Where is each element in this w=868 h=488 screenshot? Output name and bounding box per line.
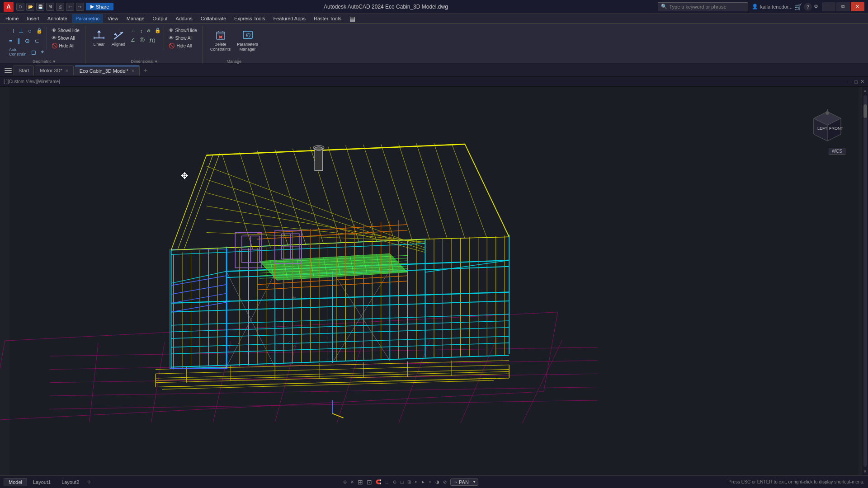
viewport-close-button[interactable]: ✕ bbox=[860, 79, 864, 84]
geometric-constraint-7[interactable]: ⊙ bbox=[23, 37, 32, 45]
geometric-constraint-3[interactable]: ○ bbox=[26, 27, 33, 35]
scroll-track[interactable] bbox=[863, 95, 867, 467]
settings-icon[interactable]: ⚙ bbox=[814, 4, 818, 9]
menu-rastertools[interactable]: Raster Tools bbox=[310, 14, 345, 23]
dyn-button[interactable]: ► bbox=[421, 479, 425, 484]
menu-collaborate[interactable]: Collaborate bbox=[197, 14, 230, 23]
linear-button[interactable]: Linear bbox=[90, 27, 108, 49]
menu-featuredapps[interactable]: Featured Apps bbox=[269, 14, 309, 23]
transparency-button[interactable]: ◑ bbox=[435, 479, 439, 484]
share-button[interactable]: ▶ Share bbox=[86, 3, 113, 10]
snap-button[interactable]: 🧲 bbox=[376, 479, 381, 484]
pan-cursor: ✥ bbox=[181, 170, 189, 181]
dim-constraint-6[interactable]: Ⓡ bbox=[138, 36, 146, 44]
coordinate-display[interactable]: ⊕ bbox=[343, 479, 347, 484]
geometric-show-hide[interactable]: 👁 Show/Hide bbox=[50, 27, 81, 34]
dropdown-arrow-icon[interactable]: ▼ bbox=[52, 60, 56, 64]
menu-home[interactable]: Home bbox=[2, 14, 22, 23]
geometric-constraint-4[interactable]: 🔒 bbox=[34, 27, 44, 35]
new-file-button[interactable]: 🗋 bbox=[16, 3, 24, 11]
ortho-button[interactable]: ∟ bbox=[385, 479, 389, 484]
save-button[interactable]: 💾 bbox=[36, 3, 44, 11]
doc-tab-cabin-close[interactable]: ✕ bbox=[131, 68, 135, 73]
dimensional-hide-all[interactable]: 🚫 Hide All bbox=[167, 42, 198, 50]
dim-constraint-2[interactable]: ↕ bbox=[138, 27, 145, 34]
otrack-button[interactable]: ⊞ bbox=[407, 479, 411, 484]
geometric-constraint-9[interactable]: ◻ bbox=[29, 47, 38, 57]
geometric-constraint-5[interactable]: = bbox=[7, 37, 14, 45]
doc-tab-start[interactable]: Start bbox=[14, 66, 34, 75]
layout-tab-1[interactable]: Layout1 bbox=[28, 478, 56, 486]
geometric-show-all[interactable]: 👁 Show All bbox=[50, 34, 81, 42]
layout-tab-model[interactable]: Model bbox=[4, 478, 27, 486]
ribbon: ⊣ ⊥ ○ 🔒 = ∥ ⊙ ⊂ AutoConstrain ◻ ⌖ bbox=[0, 23, 868, 64]
ducs-button[interactable]: ⌖ bbox=[415, 479, 417, 485]
doc-tab-motor[interactable]: Motor 3D* ✕ bbox=[35, 66, 74, 75]
menu-insert[interactable]: Insert bbox=[23, 14, 43, 23]
pan-dropdown-arrow[interactable]: ▼ bbox=[472, 480, 476, 484]
add-layout-button[interactable]: + bbox=[85, 478, 93, 486]
menu-expresstools[interactable]: Express Tools bbox=[231, 14, 269, 23]
layout-tab-2[interactable]: Layout2 bbox=[57, 478, 84, 486]
redo-button[interactable]: ↪ bbox=[76, 3, 84, 11]
dim-constraint-3[interactable]: ⌀ bbox=[145, 27, 152, 34]
viewport-maximize-button[interactable]: □ bbox=[854, 79, 858, 84]
scroll-up-arrow[interactable]: ▲ bbox=[862, 87, 868, 94]
osnap-button[interactable]: ◻ bbox=[400, 479, 404, 484]
help-icon[interactable]: ? bbox=[804, 3, 812, 11]
dim-constraint-5[interactable]: ∠ bbox=[129, 36, 137, 44]
menu-annotate[interactable]: Annotate bbox=[44, 14, 71, 23]
geometric-hide-all[interactable]: 🚫 Hide All bbox=[50, 42, 81, 50]
drawing-area[interactable]: .y-line { stroke: #ddcc00; stroke-width:… bbox=[0, 87, 868, 475]
right-scrollbar[interactable]: ▲ ▼ bbox=[862, 87, 868, 475]
close-button[interactable]: ✕ bbox=[851, 2, 864, 11]
dropdown-arrow-icon2[interactable]: ▼ bbox=[154, 60, 158, 64]
delete-constraints-button[interactable]: DeleteConstraints bbox=[208, 27, 234, 54]
pan-mode-selector[interactable]: ~ PAN ▼ bbox=[450, 479, 478, 486]
parameters-manager-button[interactable]: f() ParametersManager bbox=[234, 27, 261, 54]
account-icon[interactable]: 🛒 bbox=[794, 3, 802, 10]
aligned-button[interactable]: Aligned bbox=[109, 27, 128, 49]
menu-view[interactable]: View bbox=[104, 14, 122, 23]
restore-button[interactable]: ⧉ bbox=[836, 2, 850, 11]
undo-button[interactable]: ↩ bbox=[66, 3, 74, 11]
snap-mode-button[interactable]: ⊞ bbox=[358, 479, 363, 486]
print-button[interactable]: 🖨 bbox=[56, 3, 64, 11]
menu-bar: Home Insert Annotate Parametric View Man… bbox=[0, 14, 868, 23]
grid-button[interactable]: ⊡ bbox=[367, 479, 372, 486]
customize-button[interactable]: ✕ bbox=[350, 479, 354, 484]
menu-extra[interactable]: ▤ bbox=[346, 14, 359, 23]
minimize-button[interactable]: ─ bbox=[822, 2, 835, 11]
geometric-constraint-1[interactable]: ⊣ bbox=[7, 27, 16, 35]
menu-manage[interactable]: Manage bbox=[123, 14, 148, 23]
scroll-thumb[interactable] bbox=[863, 104, 867, 118]
auto-constrain-btn[interactable]: AutoConstrain bbox=[7, 47, 28, 57]
open-file-button[interactable]: 📂 bbox=[26, 3, 34, 11]
viewport-minimize-button[interactable]: ─ bbox=[849, 79, 852, 84]
hamburger-menu-button[interactable] bbox=[4, 66, 13, 75]
doc-tab-motor-close[interactable]: ✕ bbox=[65, 68, 69, 73]
geometric-constraint-2[interactable]: ⊥ bbox=[17, 27, 25, 35]
viewcube[interactable]: LEFT FRONT bbox=[809, 109, 845, 145]
menu-output[interactable]: Output bbox=[149, 14, 171, 23]
window-controls: ─ ⧉ ✕ bbox=[822, 2, 864, 11]
save-as-button[interactable]: 🖫 bbox=[46, 3, 54, 11]
search-box[interactable]: 🔍 Type a keyword or phrase bbox=[658, 2, 748, 11]
polar-button[interactable]: ⊙ bbox=[393, 479, 396, 484]
geometric-constraint-6[interactable]: ∥ bbox=[15, 37, 22, 45]
autocad-logo[interactable]: A bbox=[4, 2, 14, 12]
menu-addins[interactable]: Add-ins bbox=[172, 14, 196, 23]
doc-tab-cabin[interactable]: Eco Cabin_3D Model* ✕ bbox=[75, 66, 140, 75]
scroll-down-arrow[interactable]: ▼ bbox=[862, 468, 868, 475]
dimensional-show-hide[interactable]: 👁 Show/Hide bbox=[167, 27, 198, 34]
geometric-constraint-8[interactable]: ⊂ bbox=[33, 37, 41, 45]
dimensional-show-all[interactable]: 👁 Show All bbox=[167, 34, 198, 42]
selection-cycle-button[interactable]: ⊘ bbox=[443, 479, 447, 484]
menu-parametric[interactable]: Parametric bbox=[72, 14, 103, 23]
dim-constraint-4[interactable]: 🔒 bbox=[153, 27, 163, 34]
geometric-constraint-10[interactable]: ⌖ bbox=[39, 47, 46, 57]
new-tab-button[interactable]: + bbox=[141, 66, 151, 75]
dim-constraint-7[interactable]: ƒ() bbox=[147, 36, 157, 44]
dim-constraint-1[interactable]: ↔ bbox=[129, 27, 137, 34]
lineweight-button[interactable]: ≡ bbox=[429, 479, 432, 484]
